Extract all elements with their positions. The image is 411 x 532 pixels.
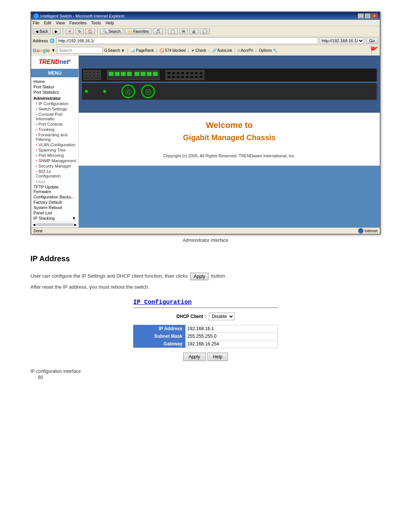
- nav-port-statistics[interactable]: Port Statistics: [31, 89, 78, 95]
- nav-panel-list[interactable]: Panel List: [31, 210, 78, 216]
- discuss-button[interactable]: 💬: [200, 29, 210, 34]
- port: [167, 75, 171, 78]
- gateway-input[interactable]: [187, 341, 276, 347]
- autolink-item[interactable]: 🔗 AutoLink: [212, 48, 232, 53]
- accrpri-item[interactable]: □ AccrPri: [238, 48, 253, 53]
- google-search-input[interactable]: [57, 47, 103, 54]
- favorites-button[interactable]: ⭐ Favorites: [125, 29, 151, 34]
- nav-spanning-tree[interactable]: Spanning Tree: [31, 147, 78, 153]
- fan-2: ◎: [141, 85, 155, 98]
- browser-content: TRENDnet® MENU Home Port Status Port Sta…: [31, 56, 380, 227]
- blocked-item[interactable]: 🚫 574 blocked: [159, 48, 186, 53]
- nav-snmp[interactable]: SNMP Management: [31, 158, 78, 163]
- stop-button[interactable]: ✕: [65, 29, 74, 34]
- port: [89, 75, 92, 77]
- nav-factory-default[interactable]: Factory Default: [31, 200, 78, 205]
- nav-switch-settings[interactable]: Switch Settings: [31, 106, 78, 112]
- nav-system-reboot[interactable]: System Reboot: [31, 205, 78, 210]
- browser-window: Intelligent Switch - Microsoft Internet …: [30, 11, 381, 235]
- ip-section-title: IP Address: [30, 254, 381, 265]
- port: [194, 75, 198, 78]
- menu-file[interactable]: File: [33, 21, 40, 25]
- search-icon: 🔍: [103, 29, 107, 34]
- port: [199, 72, 203, 75]
- ip-address-value: [186, 325, 278, 332]
- menu-favorites[interactable]: Favorites: [69, 21, 86, 25]
- history-button[interactable]: 📋: [168, 29, 178, 34]
- mail-button[interactable]: ✉: [179, 29, 188, 34]
- address-icon: 🌐: [49, 38, 55, 43]
- subnet-mask-label: Subnet Mask: [133, 332, 186, 340]
- slot-2-ports: [108, 72, 158, 76]
- go-button[interactable]: Go: [366, 38, 378, 44]
- port: [172, 72, 175, 75]
- nav-security[interactable]: Security Manager: [31, 163, 78, 169]
- port-active: [121, 72, 126, 76]
- gateway-value: [186, 340, 278, 348]
- maximize-button[interactable]: □: [365, 13, 371, 19]
- ip-buttons: Apply Help: [133, 353, 278, 361]
- menu-help[interactable]: Help: [105, 21, 114, 25]
- nav-console-port[interactable]: Console Port Informatio: [31, 112, 78, 121]
- titlebar-controls: _ □ ✕: [358, 13, 378, 19]
- gigabit-heading: Gigabit Managed Chassis: [86, 133, 372, 142]
- nav-port-controls[interactable]: Port Controls: [31, 121, 78, 127]
- port-active: [108, 72, 114, 76]
- home-button[interactable]: 🏠: [85, 29, 95, 34]
- ip-address-input[interactable]: [187, 326, 276, 331]
- address-input[interactable]: [56, 37, 318, 44]
- options-item[interactable]: Options 🔧: [259, 48, 277, 53]
- menu-view[interactable]: View: [56, 21, 65, 25]
- subnet-mask-input[interactable]: [187, 334, 276, 339]
- port: [85, 72, 88, 74]
- fan-1: ◎: [121, 85, 135, 98]
- nav-config-backup[interactable]: Configuration Backu...: [31, 194, 78, 200]
- forward-icon: ▶: [55, 29, 58, 34]
- forward-button[interactable]: ▶: [52, 29, 61, 34]
- google-search-btn[interactable]: G Search ▼: [104, 48, 125, 53]
- google-flag-icon: 🚩: [370, 46, 378, 54]
- dhcp-select[interactable]: Disable Enable: [209, 313, 234, 320]
- ip-address-section: IP Address User can configure the IP Set…: [30, 254, 381, 380]
- nav-port-mirroring[interactable]: Port Mirroring: [31, 153, 78, 158]
- port: [181, 75, 185, 78]
- print-button[interactable]: 🖨: [189, 29, 198, 34]
- menu-tools[interactable]: Tools: [91, 21, 101, 25]
- minimize-button[interactable]: _: [358, 13, 364, 19]
- switch-image-area: ◎ ◎: [79, 56, 380, 113]
- address-dropdown[interactable]: http://192.168.16.1/: [320, 37, 364, 44]
- inline-apply-button[interactable]: Apply: [190, 273, 209, 280]
- page-number: 80: [30, 375, 381, 380]
- menu-edit[interactable]: Edit: [44, 21, 51, 25]
- search-icon-small: G: [104, 48, 107, 53]
- table-row-ip: IP Address: [133, 325, 278, 332]
- close-button[interactable]: ✕: [371, 13, 378, 19]
- port: [185, 72, 189, 75]
- refresh-button[interactable]: ↻: [75, 29, 84, 34]
- nav-administrator: Administrator: [31, 95, 78, 101]
- port: [181, 72, 185, 75]
- nav-802-1x[interactable]: 802.1x Configuration: [31, 169, 78, 179]
- nav-tftp[interactable]: TFTP Update Firmware: [31, 184, 78, 194]
- nav-trunking[interactable]: Trunking: [31, 127, 78, 132]
- nav-vlan[interactable]: VLAN Configuration: [31, 142, 78, 147]
- nav-home[interactable]: Home: [31, 79, 78, 84]
- nav-ip-stacking[interactable]: IP Stacking ▼: [31, 216, 78, 221]
- search-button[interactable]: 🔍 Search: [100, 29, 123, 34]
- help-button[interactable]: Help: [207, 353, 228, 361]
- ip-config-table: IP Address Subnet Mask Gateway: [133, 325, 278, 348]
- media-button[interactable]: 🎵: [153, 29, 163, 34]
- check-item[interactable]: ✔ Check: [191, 48, 206, 53]
- port: [92, 75, 96, 77]
- nav-ip-configuration[interactable]: IP Configuration: [31, 101, 78, 106]
- table-row-gateway: Gateway: [133, 340, 278, 348]
- nav-port-status[interactable]: Port Status: [31, 84, 78, 89]
- nav-forwarding[interactable]: Forwarding and Filtering: [31, 132, 78, 142]
- google-logo: Google: [33, 48, 50, 53]
- logo-text: TRENDnet®: [38, 59, 71, 65]
- back-button[interactable]: ◀ Back: [33, 29, 51, 34]
- apply-button[interactable]: Apply: [183, 353, 206, 361]
- status-text: Done: [33, 229, 43, 233]
- pagerank-item[interactable]: 📊 PageRank: [131, 48, 154, 53]
- nav-close[interactable]: Close: [31, 179, 48, 184]
